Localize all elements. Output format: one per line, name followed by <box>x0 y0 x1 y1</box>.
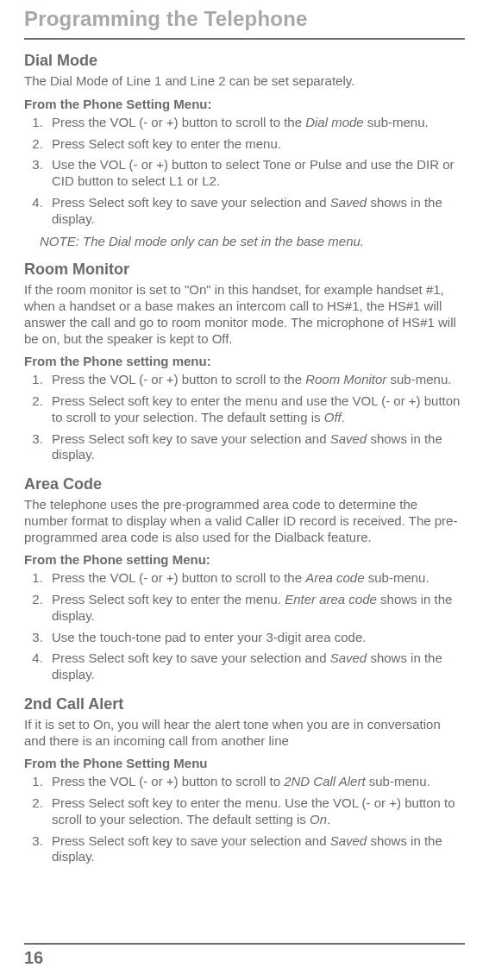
step-text: Press Select soft key to enter the menu. <box>52 592 285 606</box>
bottom-rule <box>24 943 465 945</box>
step-em: Enter area code <box>285 592 377 606</box>
dial-mode-sub: From the Phone Setting Menu: <box>24 97 465 111</box>
step-text: Use the VOL (- or +) button to select To… <box>52 157 455 188</box>
step-em: Saved <box>330 650 367 665</box>
step-text: Press Select soft key to enter the menu. <box>52 136 281 151</box>
step-em: Saved <box>330 833 367 848</box>
step-em: Room Monitor <box>305 372 386 386</box>
step-post: sub-menu. <box>364 115 429 129</box>
step-post: sub-menu. <box>386 372 451 386</box>
step-em: On <box>310 812 327 826</box>
second-call-alert-intro: If it is set to On, you will hear the al… <box>24 717 465 750</box>
list-item: Press Select soft key to save your selec… <box>47 650 465 683</box>
chapter-title: Programming the Telephone <box>24 7 465 31</box>
section-area-code-title: Area Code <box>24 475 465 493</box>
room-monitor-intro: If the room monitor is set to "On" in th… <box>24 282 465 347</box>
room-monitor-steps: Press the VOL (- or +) button to scroll … <box>24 372 465 463</box>
top-rule <box>24 38 465 40</box>
step-post: sub-menu. <box>366 774 430 788</box>
step-text: Press the VOL (- or +) button to scroll … <box>52 570 305 585</box>
step-text: Use the touch-tone pad to enter your 3-d… <box>52 630 366 644</box>
step-text: Press the VOL (- or +) button to scroll … <box>52 372 305 386</box>
list-item: Press Select soft key to save your selec… <box>47 833 465 866</box>
list-item: Press Select soft key to enter the menu.… <box>47 795 465 828</box>
page-number: 16 <box>24 948 465 968</box>
room-monitor-sub: From the Phone setting menu: <box>24 354 465 368</box>
second-call-alert-sub: From the Phone Setting Menu <box>24 756 465 770</box>
second-call-alert-steps: Press the VOL (- or +) button to scroll … <box>24 774 465 865</box>
list-item: Press Select soft key to save your selec… <box>47 431 465 464</box>
section-room-monitor-title: Room Monitor <box>24 261 465 279</box>
area-code-steps: Press the VOL (- or +) button to scroll … <box>24 570 465 683</box>
section-second-call-alert-title: 2nd Call Alert <box>24 695 465 713</box>
step-em: 2ND Call Alert <box>284 774 365 788</box>
step-em: Saved <box>330 431 367 446</box>
list-item: Press the VOL (- or +) button to scroll … <box>47 115 465 131</box>
step-text: Press Select soft key to save your selec… <box>52 195 330 210</box>
step-text: Press Select soft key to save your selec… <box>52 650 330 665</box>
list-item: Press Select soft key to enter the menu.… <box>47 592 465 625</box>
footer: 16 <box>24 927 465 968</box>
step-post: . <box>342 410 345 424</box>
step-em: Area code <box>305 570 364 585</box>
list-item: Press Select soft key to enter the menu. <box>47 136 465 153</box>
list-item: Use the VOL (- or +) button to select To… <box>47 157 465 190</box>
dial-mode-intro: The Dial Mode of Line 1 and Line 2 can b… <box>24 73 465 90</box>
dial-mode-steps: Press the VOL (- or +) button to scroll … <box>24 115 465 228</box>
step-text: Press Select soft key to enter the menu … <box>52 393 460 424</box>
step-text: Press Select soft key to save your selec… <box>52 833 330 848</box>
list-item: Press Select soft key to enter the menu … <box>47 393 465 426</box>
list-item: Press the VOL (- or +) button to scroll … <box>47 372 465 388</box>
step-text: Press Select soft key to save your selec… <box>52 431 330 446</box>
dial-mode-note: NOTE: The Dial mode only can be set in t… <box>40 234 465 248</box>
list-item: Use the touch-tone pad to enter your 3-d… <box>47 630 465 646</box>
step-post: sub-menu. <box>365 570 429 585</box>
list-item: Press the VOL (- or +) button to scroll … <box>47 570 465 587</box>
step-post: . <box>327 812 330 826</box>
step-em: Dial mode <box>305 115 364 129</box>
section-dial-mode-title: Dial Mode <box>24 52 465 70</box>
area-code-sub: From the Phone setting Menu: <box>24 552 465 567</box>
step-text: Press the VOL (- or +) button to scroll … <box>52 115 305 129</box>
list-item: Press the VOL (- or +) button to scroll … <box>47 774 465 790</box>
area-code-intro: The telephone uses the pre-programmed ar… <box>24 497 465 545</box>
step-text: Press Select soft key to enter the menu.… <box>52 795 455 826</box>
step-text: Press the VOL (- or +) button to scroll … <box>52 774 284 788</box>
list-item: Press Select soft key to save your selec… <box>47 195 465 228</box>
page: Programming the Telephone Dial Mode The … <box>0 0 489 980</box>
step-em: Off <box>324 410 342 424</box>
step-em: Saved <box>330 195 367 210</box>
